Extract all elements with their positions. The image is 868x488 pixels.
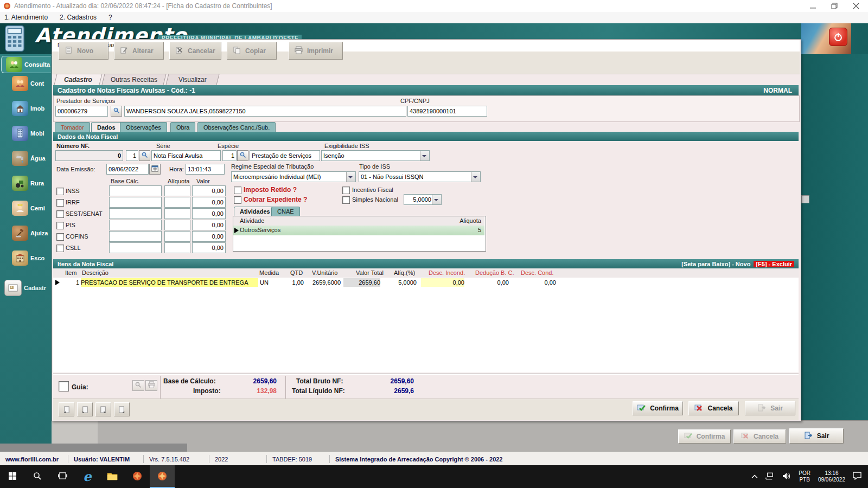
sidebar-item-cemiterio[interactable]: Cemi [12, 201, 45, 216]
edge-browser-button[interactable]: e [75, 465, 100, 488]
numero-field[interactable]: 0 [55, 150, 123, 161]
cofins-checkbox[interactable] [56, 233, 64, 241]
tipo-iss-select[interactable]: 01 - Não Possui ISSQN [359, 171, 481, 182]
especie-desc-field[interactable]: Prestação de Serviços [250, 150, 320, 161]
irrf-aliquota-field[interactable] [164, 197, 190, 208]
tab-obra[interactable]: Obra [170, 122, 195, 132]
mdi-sair-button[interactable]: Sair [789, 428, 844, 444]
atendimento-app-button[interactable] [150, 465, 175, 488]
item-row[interactable]: 1 PRESTACAO DE SERVIÇO DE TRANSPORTE DE … [53, 278, 799, 288]
tab-observacoes-canc[interactable]: Observações Canc./Sub. [197, 122, 276, 132]
sidebar-item-cadastro[interactable]: Cadastr [4, 280, 46, 296]
tab-atividades[interactable]: Atividades [234, 207, 276, 216]
serie-search-button[interactable] [139, 150, 150, 161]
notification-center-button[interactable] [849, 465, 868, 488]
sair-button[interactable]: Sair [745, 401, 795, 415]
cofins-aliquota-field[interactable] [164, 231, 190, 242]
especie-search-button[interactable] [237, 150, 248, 161]
sest-checkbox[interactable] [56, 210, 64, 218]
task-view-button[interactable] [50, 465, 75, 488]
csll-base-field[interactable] [109, 242, 162, 253]
menu-atendimento[interactable]: 1. Atendimento [4, 14, 48, 21]
csll-checkbox[interactable] [56, 245, 64, 252]
sidebar-item-imobiliario[interactable]: Imob [12, 101, 44, 116]
volume-tray-button[interactable] [778, 465, 795, 488]
guia-search-button[interactable] [132, 380, 144, 391]
tab-cnae[interactable]: CNAE [271, 207, 300, 216]
nav-first-button[interactable] [59, 402, 74, 416]
clock[interactable]: 13:1609/06/2022 [814, 465, 849, 488]
confirma-button[interactable]: Confirma [633, 401, 683, 415]
serie-field[interactable]: 1 [126, 150, 138, 161]
serie-desc-field[interactable]: Nota Fiscal Avulsa [151, 150, 221, 161]
language-indicator[interactable]: PORPTB [795, 465, 814, 488]
copiar-button[interactable]: Copiar [227, 42, 277, 60]
start-button[interactable] [0, 465, 25, 488]
irrf-checkbox[interactable] [56, 199, 64, 207]
hora-field[interactable]: 13:01:43 [186, 164, 225, 175]
cpf-field[interactable]: 43892190000101 [407, 106, 487, 117]
menu-help[interactable]: ? [108, 14, 112, 21]
cancelar-button[interactable]: Cancelar [169, 42, 221, 60]
incentivo-fiscal-checkbox[interactable] [342, 187, 350, 194]
tab-cadastro[interactable]: Cadastro [54, 74, 102, 85]
mdi-cancela-button[interactable]: Cancela [733, 429, 786, 444]
network-tray-button[interactable] [762, 465, 778, 488]
prestador-name-field[interactable]: WANDERSON SOUZA JALES,05598227150 [124, 106, 406, 117]
regime-select[interactable]: Microempresário Individual (MEI) [231, 171, 356, 182]
cancela-button[interactable]: Cancela [688, 401, 739, 415]
nav-next-button[interactable] [95, 402, 111, 416]
imprimir-button[interactable]: Imprimir [289, 42, 343, 60]
mdi-confirma-button[interactable]: Confirma [678, 429, 731, 444]
alterar-button[interactable]: Alterar [114, 42, 164, 60]
sidebar-item-mobiliario[interactable]: Mobi [12, 126, 44, 141]
imposto-retido-checkbox[interactable] [234, 187, 241, 194]
sest-base-field[interactable] [109, 208, 162, 219]
calendar-button[interactable] [149, 164, 161, 175]
sest-aliquota-field[interactable] [164, 208, 190, 219]
sidebar-item-rural[interactable]: Rura [12, 176, 44, 191]
inss-checkbox[interactable] [56, 188, 64, 195]
taskbar-search-button[interactable] [25, 465, 50, 488]
prestador-code-field[interactable]: 000006279 [55, 106, 108, 117]
simples-nacional-checkbox[interactable] [342, 196, 350, 204]
sidebar-item-escola[interactable]: Esco [12, 251, 44, 266]
irrf-valor-field[interactable]: 0,00 [192, 197, 226, 208]
pis-base-field[interactable] [109, 220, 162, 230]
sidebar-item-consulta[interactable]: Consulta [1, 56, 51, 73]
prestador-search-button[interactable] [111, 106, 122, 117]
sidebar-item-agua[interactable]: Água [12, 151, 46, 166]
tab-visualizar[interactable]: Visualizar [165, 74, 219, 85]
fiorilli-app-button[interactable] [125, 465, 150, 488]
exigibilidade-select[interactable]: Isenção [321, 150, 430, 161]
file-explorer-button[interactable] [100, 465, 125, 488]
minimize-button[interactable] [802, 0, 824, 12]
tab-dados[interactable]: Dados [91, 122, 122, 132]
menu-cadastros[interactable]: 2. Cadastros [60, 14, 97, 21]
irrf-base-field[interactable] [109, 197, 162, 208]
simples-valor-select[interactable]: 5,0000 [404, 194, 442, 205]
cobrar-expediente-checkbox[interactable] [234, 196, 241, 204]
inss-base-field[interactable] [109, 185, 162, 196]
especie-field[interactable]: 1 [222, 150, 237, 161]
sidebar-item-contribuintes[interactable]: Cont [12, 76, 44, 91]
inss-valor-field[interactable]: 0,00 [192, 185, 226, 196]
close-button[interactable] [845, 0, 867, 12]
sest-valor-field[interactable]: 0,00 [192, 208, 226, 219]
tab-tomador[interactable]: Tomador [55, 122, 90, 132]
guia-print-button[interactable] [145, 380, 157, 391]
maximize-button[interactable] [824, 0, 845, 12]
inss-aliquota-field[interactable] [164, 185, 190, 196]
power-exit-button[interactable] [829, 28, 847, 46]
cofins-valor-field[interactable]: 0,00 [192, 231, 226, 242]
tab-observacoes[interactable]: Observações [120, 122, 167, 132]
nav-prev-button[interactable] [77, 402, 93, 416]
pis-valor-field[interactable]: 0,00 [192, 220, 226, 230]
tab-outras-receitas[interactable]: Outras Receitas [101, 74, 166, 85]
guia-checkbox[interactable] [59, 381, 69, 391]
atividade-row[interactable]: OutrosServiços 5 [233, 226, 484, 235]
pis-aliquota-field[interactable] [164, 220, 190, 230]
csll-aliquota-field[interactable] [164, 242, 190, 253]
csll-valor-field[interactable]: 0,00 [192, 242, 226, 253]
pis-checkbox[interactable] [56, 222, 64, 229]
